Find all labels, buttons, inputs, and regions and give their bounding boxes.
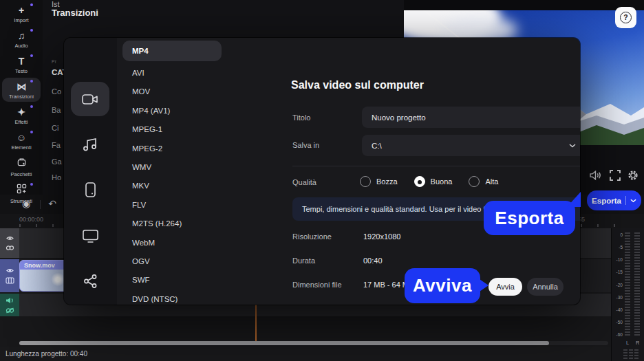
destination-audio[interactable]	[71, 127, 109, 162]
radio-label: Bozza	[376, 177, 398, 186]
meter-bar-left	[625, 232, 630, 337]
format-item[interactable]: DVD (NTSC)	[122, 290, 222, 305]
sidebar-item-strumenti[interactable]: Strumenti	[2, 181, 41, 206]
format-item[interactable]: OGV	[122, 252, 222, 271]
format-item[interactable]: FLV	[122, 196, 222, 215]
notification-dot	[30, 3, 33, 6]
radio-circle[interactable]	[360, 176, 371, 187]
sidebar-item-transizioni[interactable]: ⋈ Transizioni	[2, 78, 41, 102]
format-item[interactable]: MPEG-2	[122, 140, 222, 158]
destination-device[interactable]	[71, 173, 109, 207]
radio-alta[interactable]: Alta	[469, 176, 498, 187]
category-peek-item[interactable]: Co	[52, 87, 61, 96]
start-export-button[interactable]: Avvia	[489, 278, 522, 296]
category-peek-item[interactable]: Ho	[52, 173, 61, 182]
sidebar-item-effetti[interactable]: ✦ Effetti	[2, 103, 41, 127]
format-item[interactable]: AVI	[122, 64, 222, 83]
format-item[interactable]: WebM	[122, 234, 222, 252]
meter-scale-label: -50	[612, 320, 623, 325]
help-button[interactable]: ?	[615, 7, 636, 28]
category-peek-item[interactable]: Pr	[52, 59, 57, 64]
music-note-icon	[83, 138, 98, 151]
radio-label: Alta	[485, 177, 498, 186]
meter-bar-right	[634, 232, 640, 337]
sidebar-item-import[interactable]: + Import	[2, 1, 41, 25]
format-item[interactable]: M2TS (H.264)	[122, 215, 222, 233]
effects-icon: ✦	[15, 107, 28, 118]
format-item[interactable]: MP4 (AV1)	[122, 102, 222, 120]
sidebar-item-audio[interactable]: ♫ Audio	[2, 27, 41, 51]
export-button-label: Esporta	[592, 197, 621, 205]
panel-title: Transizioni	[52, 8, 98, 18]
notification-dot	[30, 183, 33, 186]
radio-circle[interactable]	[414, 176, 425, 187]
sidebar-item-elementi[interactable]: ☺ Elementi	[2, 129, 41, 153]
category-peek-item[interactable]: Ga	[52, 157, 62, 166]
packages-icon	[15, 157, 28, 168]
save-location-select[interactable]: C:\	[362, 135, 580, 156]
sidebar-item-pacchetti[interactable]: Pacchetti	[2, 154, 41, 179]
meter-mini-grid	[634, 349, 638, 360]
channel-left-label: L	[626, 340, 629, 346]
fullscreen-icon[interactable]	[609, 170, 621, 181]
app-window: ◉ ↶ 00:00:00 00:00:55	[0, 0, 644, 361]
format-item[interactable]: MOV	[122, 83, 222, 101]
format-item[interactable]: MPEG-1	[122, 120, 222, 139]
meter-scale-label: -30	[612, 295, 623, 300]
callout-avviva-text: Avviva	[413, 275, 472, 296]
category-peek-item[interactable]: Fa	[52, 141, 61, 149]
cancel-button[interactable]: Annulla	[527, 278, 564, 296]
meter-scale-label: -40	[612, 307, 623, 312]
radio-buona[interactable]: Buona	[414, 176, 453, 187]
destination-tv[interactable]	[71, 219, 109, 253]
chevron-down-icon	[630, 199, 636, 203]
unlink-icon	[6, 307, 14, 314]
filmstrip-icon	[6, 277, 14, 284]
sidebar-label: Strumenti	[2, 198, 41, 204]
destination-share[interactable]	[71, 264, 109, 298]
preview-controls	[580, 145, 644, 195]
audio-meter-panel: 0-5-10-15-20-30-40-50-60 L R	[611, 228, 644, 361]
format-item[interactable]: WMV	[122, 158, 222, 177]
link-icon	[6, 245, 14, 251]
sidebar-item-testo[interactable]: T Testo	[2, 52, 41, 76]
undo-icon[interactable]: ↶	[47, 199, 58, 210]
track-header-video[interactable]	[0, 259, 19, 292]
scrollbar-thumb[interactable]	[19, 341, 549, 345]
plus-icon: +	[15, 6, 28, 17]
track-header-audio[interactable]	[0, 294, 19, 316]
meter-scale-label: 0	[612, 232, 623, 237]
category-peek-item[interactable]: Ba	[52, 106, 61, 114]
timecode-start: 00:00:00	[19, 216, 43, 223]
notification-dot	[30, 131, 33, 133]
destination-computer[interactable]	[71, 82, 109, 116]
filesize-label: Dimensioni file	[292, 281, 342, 289]
quality-radio-group: Bozza Buona Alta	[360, 176, 498, 187]
callout-pointer	[567, 192, 581, 207]
format-item[interactable]: SWF	[122, 271, 222, 289]
quality-label: Qualità	[292, 178, 316, 186]
radio-label: Buona	[431, 177, 453, 186]
music-note-icon: ♫	[15, 31, 28, 42]
volume-icon[interactable]	[590, 170, 602, 181]
category-peek-item[interactable]: Ci	[52, 124, 58, 132]
channel-right-label: R	[636, 340, 639, 346]
format-item[interactable]: MP4	[122, 41, 222, 61]
radio-circle[interactable]	[469, 176, 480, 187]
text-icon: T	[15, 56, 28, 67]
title-input[interactable]	[362, 107, 580, 128]
duration-label: Durata	[292, 256, 315, 265]
radio-bozza[interactable]: Bozza	[360, 176, 398, 187]
sidebar-label: Elementi	[2, 144, 41, 151]
sidebar-label: Pacchetti	[2, 171, 41, 177]
tv-icon	[83, 230, 98, 243]
video-camera-icon	[82, 94, 98, 105]
export-dialog: MP4AVIMOVMP4 (AV1)MPEG-1MPEG-2WMVMKVFLVM…	[64, 38, 580, 305]
callout-esporta: Esporta	[484, 201, 575, 235]
export-button[interactable]: Esporta	[587, 190, 641, 210]
format-item[interactable]: MKV	[122, 177, 222, 195]
save-field-label: Salva in	[292, 141, 319, 149]
gear-icon[interactable]	[627, 170, 639, 181]
notification-dot	[30, 80, 33, 83]
track-header-overlay[interactable]	[0, 228, 19, 258]
